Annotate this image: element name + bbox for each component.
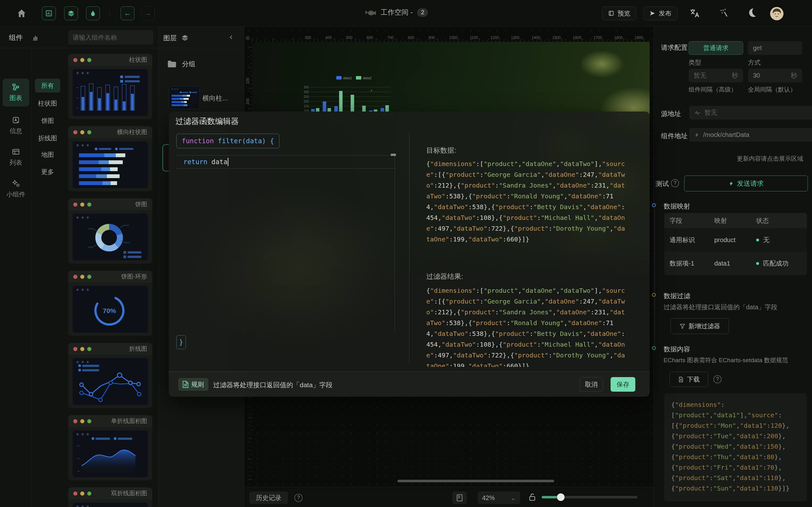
category-all[interactable]: 所有	[35, 78, 60, 93]
tab-widgets[interactable]: 小组件	[3, 175, 29, 203]
layer-item-label[interactable]: 横向柱...	[202, 94, 228, 103]
history-help-icon[interactable]: ?	[294, 494, 303, 502]
save-button[interactable]: 保存	[611, 377, 635, 392]
request-type-select[interactable]: 普通请求	[689, 41, 743, 55]
ruler-corner-icon[interactable]: ◎	[246, 35, 250, 41]
component-addr-label: 组件地址	[661, 131, 688, 140]
workspace-title: 工作空间 -	[380, 8, 413, 17]
svg-text:200: 200	[304, 100, 309, 103]
zoom-slider[interactable]	[542, 496, 638, 498]
data-content-title: 数据内容	[664, 345, 690, 354]
global-interval-input[interactable]: 30秒	[748, 69, 802, 82]
chart-tab-icon	[12, 83, 20, 91]
component-card-ring[interactable]: 饼图-环形 70%	[68, 271, 152, 336]
publish-button[interactable]: 发布	[643, 6, 677, 20]
theme-tool-button[interactable]	[86, 6, 100, 20]
download-button[interactable]: 下载	[670, 372, 708, 387]
source-addr-input[interactable]: 暂无	[689, 106, 812, 119]
collapse-panel-icon[interactable]: ‹	[230, 32, 233, 42]
code-editor-line[interactable]: return data	[176, 155, 397, 169]
zoom-slider-handle[interactable]	[557, 493, 565, 501]
send-icon	[649, 10, 656, 16]
category-line[interactable]: 折线图	[35, 131, 60, 145]
cancel-button[interactable]: 取消	[579, 377, 603, 392]
component-addr-input[interactable]: /mock/chartData	[689, 128, 812, 142]
history-button[interactable]: 历史记录	[249, 492, 288, 504]
layer-group-item[interactable]: 分组	[167, 60, 195, 68]
category-more[interactable]: 更多	[35, 165, 60, 179]
editor-scrollbar-track	[395, 156, 395, 333]
category-map[interactable]: 地图	[35, 148, 60, 162]
download-help-icon[interactable]: ?	[713, 375, 722, 383]
filter-result-json: {"dimensions":["product","dataOne","data…	[426, 285, 628, 367]
info-tab-icon	[12, 116, 20, 124]
target-data-label: 目标数据:	[426, 146, 456, 155]
avatar[interactable]	[770, 7, 783, 20]
magic-wand-icon[interactable]	[717, 7, 729, 19]
mapping-table-row[interactable]: 通用标识product无	[664, 228, 807, 251]
send-request-button[interactable]: 发送请求	[684, 176, 808, 191]
category-pie[interactable]: 饼图	[35, 114, 60, 128]
component-card-line[interactable]: 折线图	[68, 343, 152, 408]
list-tab-icon	[12, 148, 20, 156]
editor-scrollbar-thumb[interactable]	[391, 154, 396, 156]
sidebar-tab-strip: 图表 信息 列表 小组件	[0, 48, 32, 507]
method-label: 方式	[748, 58, 761, 67]
preview-button[interactable]: 预览	[602, 6, 636, 20]
mapping-node-icon	[652, 203, 656, 207]
svg-text:data2: data2	[363, 76, 372, 80]
mapping-table-header: 字段映射状态	[664, 213, 807, 228]
layers-tool-button[interactable]	[64, 6, 78, 20]
redo-button[interactable]: →	[141, 6, 155, 20]
language-icon[interactable]	[689, 8, 700, 19]
tab-info[interactable]: 信息	[3, 112, 29, 139]
component-search[interactable]	[68, 30, 153, 45]
closing-brace-line: }	[176, 335, 186, 349]
tab-charts[interactable]: 图表	[3, 78, 29, 107]
request-method-select[interactable]: get	[748, 41, 802, 55]
data-filter-title: 数据过滤	[664, 291, 690, 300]
component-card-pie[interactable]: 饼图	[68, 199, 152, 264]
document-icon	[183, 381, 189, 388]
component-card-hbar[interactable]: 横向柱状图	[68, 126, 152, 191]
data-mapping-title: 数据映射	[664, 202, 690, 211]
chevron-down-icon: ⌄	[510, 494, 516, 502]
pulse-icon	[694, 110, 701, 116]
workspace-page-badge[interactable]: 2	[417, 8, 428, 17]
tab-list[interactable]: 列表	[3, 143, 29, 171]
undo-button[interactable]: ←	[120, 6, 135, 20]
home-icon[interactable]	[16, 8, 27, 18]
type-label: 类型	[689, 58, 701, 67]
target-data-json: {"dimensions":["product","dataOne","data…	[426, 158, 628, 245]
modal-title: 过滤器函数编辑器	[175, 116, 239, 126]
category-bar[interactable]: 柱状图	[35, 96, 60, 110]
unlock-icon[interactable]	[528, 493, 536, 502]
bottom-status-bar: 历史记录 ? 42%⌄	[244, 487, 653, 507]
request-config-label: 请求配置	[661, 43, 688, 52]
data-config-panel: 请求配置 普通请求 get 类型 方式 暂无秒 30秒 组件间隔（高级） 全局间…	[653, 26, 812, 507]
add-filter-button[interactable]: 新增过滤器	[670, 318, 729, 334]
source-addr-label: 源地址	[661, 109, 681, 118]
component-sidebar: 组件 图表 信息 列表 小组件	[0, 26, 159, 507]
layer-group-label: 分组	[182, 60, 195, 68]
svg-text:300: 300	[304, 90, 309, 94]
component-card-area[interactable]: 单折线面积图	[68, 415, 152, 481]
zoom-select[interactable]: 42%⌄	[478, 492, 520, 504]
canvas-bar-chart[interactable]: 350300250200150100data1data2	[301, 73, 428, 112]
global-interval-label: 全局间隔（默认）	[748, 86, 796, 94]
folder-icon	[167, 60, 176, 68]
layer-item-thumbnail[interactable]	[169, 86, 200, 109]
component-card-dual-area[interactable]: 双折线面积图	[68, 487, 152, 507]
mapping-table-row[interactable]: 数据项-1data1匹配成功	[664, 251, 807, 275]
search-input[interactable]	[72, 34, 157, 41]
dark-mode-icon[interactable]	[746, 7, 757, 18]
modal-footer: 规则 过滤器将处理接口返回值的「data」字段 取消 保存	[169, 372, 650, 397]
component-interval-input[interactable]: 暂无秒	[689, 69, 743, 82]
mapping-table: 字段映射状态通用标识product无数据项-1data1匹配成功	[664, 213, 807, 275]
panel-toggle-button[interactable]	[452, 492, 467, 504]
test-help-icon[interactable]: ?	[671, 179, 679, 187]
charts-tool-button[interactable]	[42, 6, 56, 20]
canvas-horizontal-scrollbar[interactable]	[397, 480, 554, 482]
component-card-bar[interactable]: 柱状图	[68, 54, 152, 119]
layers-icon	[182, 34, 189, 41]
